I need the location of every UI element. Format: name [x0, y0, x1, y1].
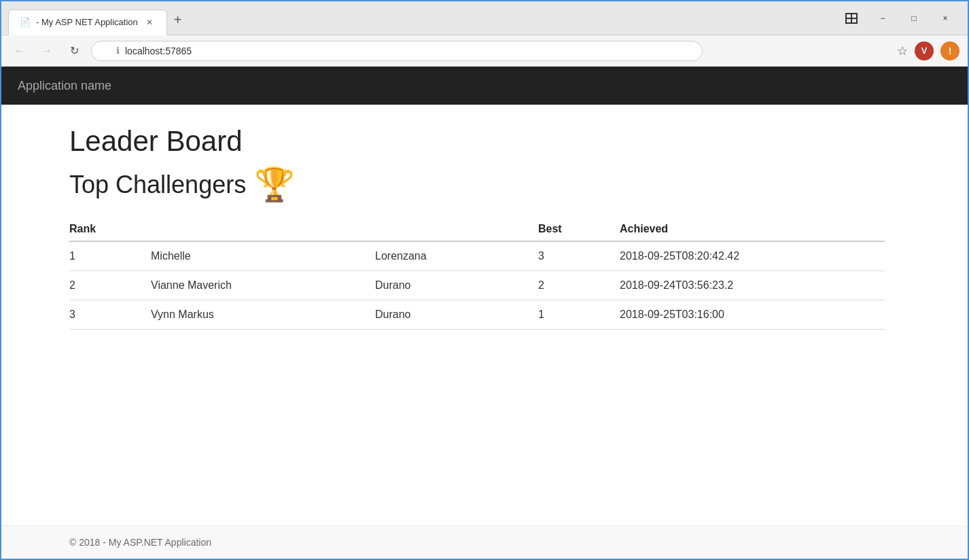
app-navbar: Application name [1, 67, 968, 105]
cell-rank: 1 [69, 241, 151, 271]
top-challengers-row: Top Challengers 🏆 [69, 169, 900, 201]
window-controls: − □ × [836, 8, 961, 29]
cell-achieved: 2018-09-25T03:16:00 [620, 300, 885, 330]
cell-rank: 2 [69, 271, 151, 300]
bookmark-icon[interactable]: ☆ [897, 43, 908, 58]
restore-button[interactable]: □ [898, 8, 930, 29]
app-content: Application name Leader Board Top Challe… [1, 67, 968, 559]
browser-window: 📄 - My ASP NET Application ✕ + − □ × ← →… [0, 0, 969, 560]
page-title: Leader Board [69, 125, 900, 158]
active-tab[interactable]: 📄 - My ASP NET Application ✕ [8, 10, 167, 35]
grid-view-icon [845, 13, 858, 24]
cell-best: 3 [538, 241, 620, 271]
table-header: Rank Best Achieved [69, 217, 885, 241]
table-row: 1MichelleLorenzana32018-09-25T08:20:42.4… [69, 241, 885, 271]
cell-first: Vianne Maverich [151, 271, 375, 300]
close-button[interactable]: × [930, 8, 961, 29]
cell-first: Vynn Markus [151, 300, 375, 330]
title-bar-right: − □ × [836, 8, 961, 29]
new-tab-button[interactable]: + [167, 10, 189, 31]
cell-rank: 3 [69, 300, 151, 330]
window-grid-icon[interactable] [836, 8, 867, 29]
footer-text: © 2018 - My ASP.NET Application [69, 537, 211, 548]
url-text: localhost:57865 [125, 46, 192, 56]
tab-title: - My ASP NET Application [36, 17, 138, 27]
page-content: Leader Board Top Challengers 🏆 Rank Best… [1, 105, 968, 525]
trophy-icon: 🏆 [254, 169, 295, 201]
table-body: 1MichelleLorenzana32018-09-25T08:20:42.4… [69, 241, 885, 330]
cell-best: 2 [538, 271, 620, 300]
col-header-rank: Rank [69, 217, 151, 241]
leaderboard-table: Rank Best Achieved 1MichelleLorenzana320… [69, 217, 885, 330]
minimize-button[interactable]: − [867, 8, 898, 29]
url-bar[interactable]: ℹ localhost:57865 [91, 41, 703, 61]
cell-last: Durano [375, 300, 538, 330]
title-bar: 📄 - My ASP NET Application ✕ + − □ × [1, 1, 968, 35]
cell-last: Durano [375, 271, 538, 300]
address-bar-actions: ☆ V ! [897, 41, 959, 60]
col-header-last [375, 217, 538, 241]
table-row: 2Vianne MaverichDurano22018-09-24T03:56:… [69, 271, 885, 300]
forward-button[interactable]: → [37, 41, 57, 61]
user-avatar-v[interactable]: V [915, 41, 934, 60]
cell-achieved: 2018-09-24T03:56:23.2 [620, 271, 885, 300]
cell-first: Michelle [151, 241, 375, 271]
back-button[interactable]: ← [10, 41, 30, 61]
cell-last: Lorenzana [375, 241, 538, 271]
col-header-first [151, 217, 375, 241]
tab-bar: 📄 - My ASP NET Application ✕ + [8, 1, 189, 35]
col-header-achieved: Achieved [620, 217, 885, 241]
header-row: Rank Best Achieved [69, 217, 885, 241]
page-footer: © 2018 - My ASP.NET Application [1, 525, 968, 559]
table-row: 3Vynn MarkusDurano12018-09-25T03:16:00 [69, 300, 885, 330]
alert-avatar[interactable]: ! [940, 41, 959, 60]
col-header-best: Best [538, 217, 620, 241]
refresh-button[interactable]: ↻ [64, 41, 84, 61]
cell-best: 1 [538, 300, 620, 330]
tab-close-button[interactable]: ✕ [143, 16, 156, 29]
security-icon: ℹ [116, 46, 120, 56]
tab-page-icon: 📄 [20, 17, 31, 27]
top-challengers-title: Top Challengers [69, 171, 246, 199]
cell-achieved: 2018-09-25T08:20:42.42 [620, 241, 885, 271]
address-bar: ← → ↻ ℹ localhost:57865 ☆ V ! [1, 35, 968, 67]
app-name-label: Application name [18, 79, 111, 93]
